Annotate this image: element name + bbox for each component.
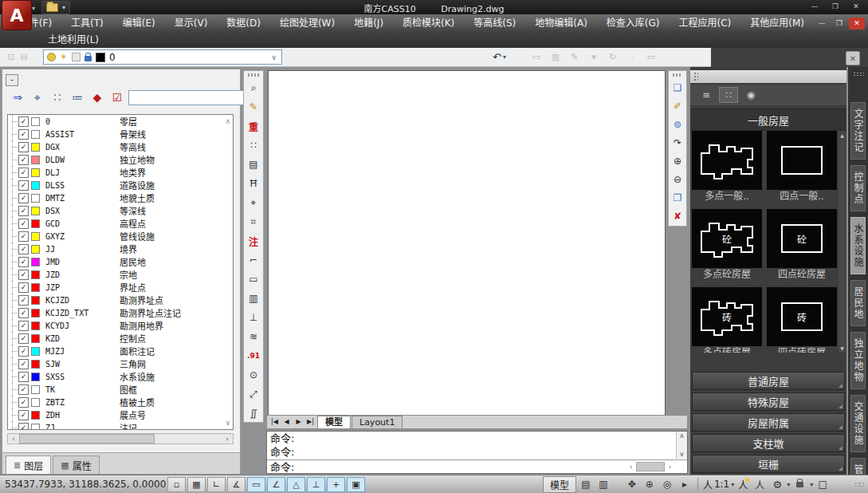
cmd-scroll-down-icon[interactable]: ∨ [677, 451, 687, 458]
layer-color-swatch[interactable] [31, 334, 40, 343]
layer-row[interactable]: DLDW 独立地物 [8, 153, 233, 166]
layer-row[interactable]: ASSIST 骨架线 [8, 128, 233, 140]
house-tile-image[interactable]: 砖 [692, 287, 762, 346]
status-caret-icon[interactable]: ▾ [810, 481, 813, 488]
draw-tool-icon[interactable]: ⌗ [244, 212, 263, 231]
menu-item[interactable]: 质检模块(K) [393, 14, 464, 32]
menu-item-land-use[interactable]: 土地利用(L) [38, 31, 108, 49]
layer-visibility-checkbox[interactable] [18, 180, 29, 191]
command-prompt[interactable]: 命令: [267, 459, 687, 474]
edit-tool-icon[interactable]: ❏ [669, 78, 686, 97]
layer-color-swatch[interactable] [31, 360, 40, 369]
layer-tool-icon[interactable]: ☑ [108, 88, 126, 107]
draw-tool-icon[interactable]: ∷ [244, 136, 263, 155]
layer-color-swatch[interactable] [31, 207, 40, 215]
status-toggle-icon[interactable]: ∠ [267, 477, 285, 492]
annotation-scale-caret-icon[interactable]: ▾ [731, 481, 734, 488]
draw-tool-icon[interactable]: ✎ [244, 97, 263, 116]
layer-combo[interactable]: ☀ 0 ∨ [43, 49, 282, 65]
layer-visibility-checkbox[interactable] [18, 372, 29, 382]
edit-tool-icon[interactable]: ⊖ [669, 170, 686, 188]
layer-color-swatch[interactable] [31, 258, 40, 266]
layer-color-swatch[interactable] [31, 411, 40, 420]
menu-item[interactable]: 工具(T) [61, 14, 113, 32]
layer-visibility-checkbox[interactable] [18, 270, 29, 280]
viewport-freeze-icon[interactable] [72, 53, 81, 61]
edit-tool-icon[interactable]: ⊕ [669, 152, 686, 170]
house-tile-image[interactable]: 砼 [767, 209, 837, 268]
layer-visibility-checkbox[interactable] [18, 410, 29, 420]
layer-lock-icon[interactable] [84, 56, 92, 61]
layer-color-swatch[interactable] [31, 194, 40, 203]
status-nav-icon[interactable]: ◎ [659, 479, 675, 490]
hscroll-right-icon[interactable]: › [222, 435, 233, 443]
clean-screen-icon[interactable]: □ [815, 479, 831, 490]
draw-tool-icon[interactable]: ⊥ [244, 308, 263, 327]
status-grip-icon[interactable]: ∷∷ [854, 480, 863, 489]
doc-window-control-button[interactable]: — [814, 18, 830, 30]
faded-tool-icon[interactable]: ⊡ [5, 52, 18, 62]
layer-list[interactable]: ∧ ∨ 0 零层 ASSIST 骨架线 [7, 114, 234, 430]
layer-color-swatch[interactable] [31, 168, 40, 177]
faded-tool-icon[interactable]: ▭ [645, 52, 658, 62]
layer-color-swatch[interactable] [31, 232, 40, 241]
layer-filter-input[interactable] [128, 90, 248, 105]
list-scroll-down-icon[interactable]: ∨ [225, 419, 230, 427]
layer-visibility-checkbox[interactable] [18, 244, 29, 254]
command-hscrollbar[interactable]: ‹ › [626, 462, 685, 471]
layer-row[interactable]: JZP 界址点 [8, 281, 233, 294]
layer-visibility-checkbox[interactable] [18, 321, 29, 331]
layer-visibility-checkbox[interactable] [18, 346, 29, 357]
draw-tool-icon[interactable]: ▥ [244, 289, 263, 308]
app-logo-icon[interactable]: A [2, 0, 32, 30]
menu-item[interactable]: 编辑(E) [113, 14, 165, 32]
layer-row[interactable]: KCJZD_TXT 勘测界址点注记 [8, 306, 233, 319]
cmd-hscroll-thumb[interactable] [636, 462, 665, 471]
layer-visibility-checkbox[interactable] [18, 423, 29, 431]
layer-visibility-checkbox[interactable] [18, 193, 29, 203]
menu-item[interactable]: 工程应用(C) [670, 14, 741, 32]
layer-on-bulb-icon[interactable] [47, 53, 56, 61]
layer-color-swatch[interactable] [31, 296, 40, 305]
layer-tool-icon[interactable]: ∷ [49, 88, 66, 107]
layer-tool-icon[interactable]: ⇒ [9, 88, 26, 107]
layer-row[interactable]: MJZJ 面积注记 [8, 345, 233, 357]
layer-row[interactable]: DLJ 地类界 [8, 166, 233, 179]
status-toggle-icon[interactable]: ⊥ [307, 477, 325, 492]
edit-tool-icon[interactable]: ✐ [669, 97, 686, 115]
window-control-button[interactable]: ✕ [846, 0, 866, 12]
edit-tool-icon[interactable]: ✘ [669, 207, 686, 225]
hscroll-left-icon[interactable]: ‹ [8, 435, 19, 443]
status-nav-icon[interactable]: ▸ [677, 479, 693, 490]
status-nav-icon[interactable]: ⊕ [642, 479, 658, 490]
category-tab[interactable]: 文字注记 [850, 102, 866, 160]
toolbar-lock-icon[interactable] [796, 482, 803, 487]
panel-minimize-button[interactable]: - [6, 74, 18, 86]
menu-item[interactable]: 绘图处理(W) [270, 14, 344, 32]
menu-item[interactable]: 地物编辑(A) [525, 14, 597, 32]
layer-color-swatch[interactable] [31, 181, 40, 190]
layer-row[interactable]: DLSS 道路设施 [8, 179, 233, 191]
status-toggle-icon[interactable]: ∡ [227, 477, 245, 492]
faded-tool-icon[interactable]: ↻ [607, 52, 619, 62]
layer-row[interactable]: JZD 宗地 [8, 268, 233, 281]
palette-view-icon[interactable]: ∷ [719, 87, 738, 103]
command-vscrollbar[interactable]: ∧ ∨ [676, 432, 687, 459]
annotation-autoscale-icon[interactable]: 人 [752, 478, 768, 491]
tile-scroll-up-icon[interactable]: ▲ [839, 132, 846, 138]
layer-visibility-checkbox[interactable] [18, 308, 29, 318]
annotation-scale-control[interactable]: 人 1:1 ▾ [703, 478, 734, 491]
faded-tool-icon[interactable]: ▾ [587, 52, 600, 62]
drawing-canvas[interactable] [268, 70, 666, 416]
layer-color-swatch[interactable] [31, 309, 40, 317]
house-tile-image[interactable]: 砼 [692, 209, 762, 268]
undo-icon[interactable]: ↶ [493, 51, 501, 63]
layer-color-swatch[interactable] [31, 283, 40, 292]
layer-row[interactable]: JMD 居民地 [8, 255, 233, 268]
layer-color-swatch[interactable] [31, 219, 40, 228]
house-category-button[interactable]: 房屋附属 [692, 413, 845, 432]
tile-scroll-down-icon[interactable]: ▼ [839, 345, 846, 351]
category-tab[interactable]: 居民地 [850, 280, 866, 326]
layer-visibility-checkbox[interactable] [18, 359, 29, 369]
undo-control[interactable]: ↶ ▾ [493, 51, 506, 63]
